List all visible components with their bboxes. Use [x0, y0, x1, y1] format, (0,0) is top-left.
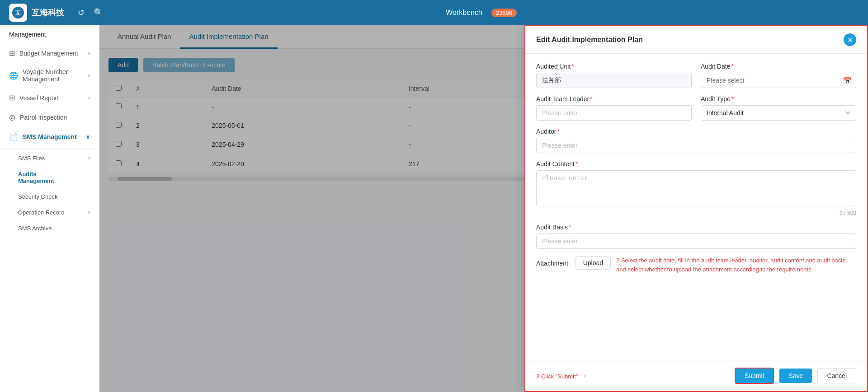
- arrow-left-icon: ←: [582, 371, 590, 380]
- sms-files-label: SMS Files: [18, 155, 45, 162]
- sidebar-sub-item-sms-files[interactable]: SMS Files ›: [0, 150, 99, 166]
- sms-archive-label: SMS Archive: [18, 225, 52, 232]
- form-group-audited-unit: Audited Unit*: [536, 63, 692, 88]
- sidebar-sub-item-sms-archive[interactable]: SMS Archive: [0, 220, 99, 236]
- chevron-right-icon: ›: [88, 50, 90, 56]
- audit-type-label: Audit Type*: [701, 95, 856, 103]
- patrol-icon: ◎: [9, 113, 15, 121]
- voyage-icon: 🌐: [9, 71, 18, 80]
- sidebar-management-title: Management: [0, 25, 99, 43]
- audit-content-label: Audit Content*: [536, 160, 856, 168]
- security-label: Security Check: [18, 193, 57, 200]
- edit-dialog: Edit Audit Implementation Plan ✕ Audited…: [524, 25, 868, 392]
- audit-content-counter: 0 / 500: [536, 210, 856, 216]
- audits-label: AuditsManagement: [18, 171, 54, 184]
- svg-text:互: 互: [15, 10, 21, 16]
- required-marker-6: *: [576, 160, 578, 168]
- calendar-icon: 📅: [843, 76, 852, 85]
- logo-text: 互海科技: [32, 7, 64, 18]
- attachment-label: Attachment:: [536, 256, 570, 267]
- required-marker-4: *: [731, 95, 734, 103]
- sidebar-item-patrol-label: Patrol Inspection: [20, 114, 67, 121]
- content-area: Annual Audit Plan Audit Implementation P…: [99, 25, 868, 392]
- logo: 互 互海科技: [9, 4, 64, 22]
- form-row-2: Audit Team Leader* Audit Type* Internal …: [536, 95, 856, 121]
- budget-icon: ⊞: [9, 49, 15, 57]
- header-center: Workbench 23896: [104, 9, 859, 17]
- vessel-icon: ⊞: [9, 93, 15, 102]
- sidebar-item-vessel[interactable]: ⊞ Vessel Report ›: [0, 88, 99, 107]
- audit-date-input[interactable]: [701, 73, 856, 88]
- save-button[interactable]: Save: [779, 369, 812, 383]
- form-row-1: Audited Unit* Audit Date* 📅: [536, 63, 856, 88]
- sidebar-item-patrol[interactable]: ◎ Patrol Inspection: [0, 107, 99, 127]
- upload-button[interactable]: Upload: [576, 256, 611, 270]
- form-group-auditor: Auditor*: [536, 128, 856, 153]
- footer-hint: 3.Click "Submit" ←: [536, 371, 593, 381]
- required-marker-2: *: [731, 63, 733, 70]
- chevron-right-icon-5: ›: [88, 209, 90, 215]
- sidebar-item-budget[interactable]: ⊞ Budget Management ›: [0, 43, 99, 63]
- audited-unit-input[interactable]: [536, 73, 692, 88]
- form-row-3: Auditor*: [536, 128, 856, 153]
- required-marker-3: *: [590, 95, 592, 103]
- auditor-label: Auditor*: [536, 128, 856, 135]
- form-group-audit-content: Audit Content* 0 / 500: [536, 160, 856, 216]
- dialog-close-button[interactable]: ✕: [844, 33, 856, 46]
- sidebar-item-sms-label: SMS Management: [23, 133, 77, 140]
- attachment-row: Attachment: Upload 2.Select the audit da…: [536, 256, 856, 274]
- sidebar-sub-item-security[interactable]: Security Check: [0, 189, 99, 205]
- attachment-note: 2.Select the audit date, fill in the aud…: [616, 256, 856, 274]
- sidebar-item-vessel-label: Vessel Report: [19, 94, 59, 102]
- dialog-title: Edit Audit Implementation Plan: [536, 36, 643, 44]
- sms-icon: 📄: [9, 132, 18, 141]
- required-marker-7: *: [569, 224, 571, 231]
- sidebar-item-budget-label: Budget Management: [19, 50, 78, 57]
- sidebar: Management ⊞ Budget Management › 🌐 Voyag…: [0, 25, 99, 392]
- date-input-wrapper: 📅: [701, 73, 856, 88]
- sidebar-item-voyage[interactable]: 🌐 Voyage NumberManagement ›: [0, 63, 99, 88]
- header-nav-icons: ↺ 🔍: [78, 8, 104, 18]
- search-icon[interactable]: 🔍: [94, 8, 104, 18]
- back-icon[interactable]: ↺: [78, 8, 85, 18]
- chevron-right-icon-4: ›: [88, 155, 90, 161]
- audit-team-leader-label: Audit Team Leader*: [536, 95, 692, 103]
- sidebar-divider-1: [0, 148, 99, 149]
- sidebar-item-voyage-label: Voyage NumberManagement: [23, 68, 68, 83]
- dialog-overlay: Edit Audit Implementation Plan ✕ Audited…: [99, 25, 868, 392]
- submit-button[interactable]: Submit: [735, 368, 774, 384]
- audit-team-leader-input[interactable]: [536, 105, 692, 121]
- audit-content-textarea[interactable]: [536, 170, 856, 206]
- chevron-right-icon-3: ›: [88, 95, 90, 101]
- cancel-button[interactable]: Cancel: [817, 368, 856, 383]
- main-layout: Management ⊞ Budget Management › 🌐 Voyag…: [0, 25, 868, 392]
- audit-type-select[interactable]: Internal Audit External Audit: [701, 105, 856, 121]
- workbench-label: Workbench: [446, 9, 482, 17]
- logo-icon: 互: [9, 4, 27, 22]
- form-group-audit-date: Audit Date* 📅: [701, 63, 856, 88]
- notification-badge: 23896: [491, 9, 517, 17]
- chevron-down-icon: ∨: [86, 134, 90, 140]
- sidebar-sub-item-operation[interactable]: Operation Record ›: [0, 205, 99, 220]
- chevron-right-icon-2: ›: [88, 72, 90, 79]
- operation-label: Operation Record: [18, 209, 65, 216]
- dialog-header: Edit Audit Implementation Plan ✕: [525, 26, 867, 54]
- form-group-audit-basis: Audit Basis*: [536, 224, 856, 249]
- app-header: 互 互海科技 ↺ 🔍 Workbench 23896: [0, 0, 868, 25]
- dialog-body: Audited Unit* Audit Date* 📅: [525, 54, 867, 360]
- required-marker-5: *: [557, 128, 559, 135]
- audit-date-label: Audit Date*: [701, 63, 856, 70]
- sidebar-sub-item-audits[interactable]: AuditsManagement: [0, 166, 99, 189]
- sidebar-item-sms[interactable]: 📄 SMS Management ∨: [0, 127, 99, 146]
- form-group-audit-type: Audit Type* Internal Audit External Audi…: [701, 95, 856, 121]
- required-marker: *: [571, 63, 574, 70]
- form-group-audit-team-leader: Audit Team Leader*: [536, 95, 692, 121]
- audit-basis-input[interactable]: [536, 233, 856, 249]
- dialog-footer: 3.Click "Submit" ← Submit Save Cancel: [525, 360, 867, 391]
- auditor-input[interactable]: [536, 138, 856, 153]
- form-row-4: Audit Content* 0 / 500: [536, 160, 856, 216]
- audited-unit-label: Audited Unit*: [536, 63, 692, 70]
- form-row-5: Audit Basis*: [536, 224, 856, 249]
- audit-basis-label: Audit Basis*: [536, 224, 856, 231]
